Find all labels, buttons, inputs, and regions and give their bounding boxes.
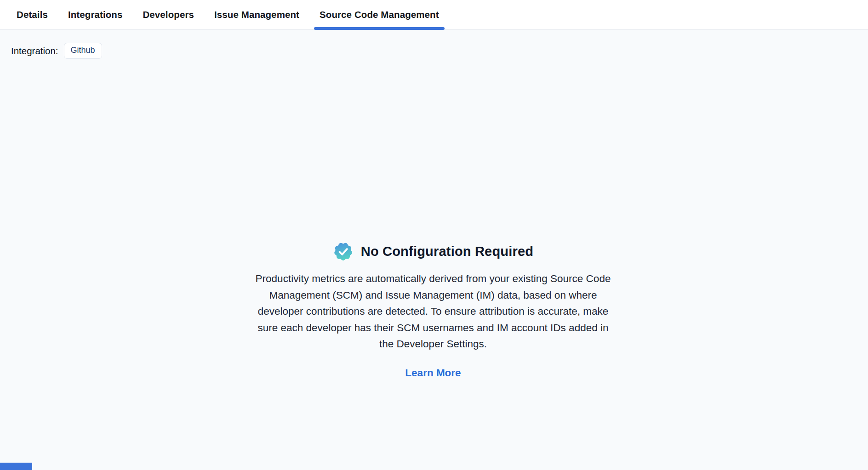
tab-issue-management[interactable]: Issue Management — [214, 0, 299, 29]
tab-integrations[interactable]: Integrations — [68, 0, 123, 29]
active-tab-underline — [314, 27, 445, 30]
tab-issue-management-label: Issue Management — [214, 9, 299, 20]
tab-details-label: Details — [17, 9, 48, 20]
tab-integrations-label: Integrations — [68, 9, 123, 20]
empty-state-description: Productivity metrics are automatically d… — [255, 271, 611, 352]
integration-row: Integration: Github — [11, 43, 102, 59]
tab-source-code-management[interactable]: Source Code Management — [320, 0, 439, 29]
verified-badge-icon — [333, 241, 354, 262]
tab-bar: Details Integrations Developers Issue Ma… — [0, 0, 868, 30]
integration-chip-github[interactable]: Github — [64, 43, 102, 59]
empty-state-title-row: No Configuration Required — [333, 241, 534, 262]
integration-label: Integration: — [11, 45, 58, 57]
bottom-left-accent-bar — [0, 463, 32, 470]
empty-state: No Configuration Required Productivity m… — [0, 241, 866, 379]
empty-state-title: No Configuration Required — [361, 244, 534, 259]
learn-more-link[interactable]: Learn More — [405, 367, 461, 379]
tab-developers[interactable]: Developers — [143, 0, 194, 29]
tab-developers-label: Developers — [143, 9, 194, 20]
tab-details[interactable]: Details — [17, 0, 48, 29]
tab-source-code-management-label: Source Code Management — [320, 9, 439, 20]
